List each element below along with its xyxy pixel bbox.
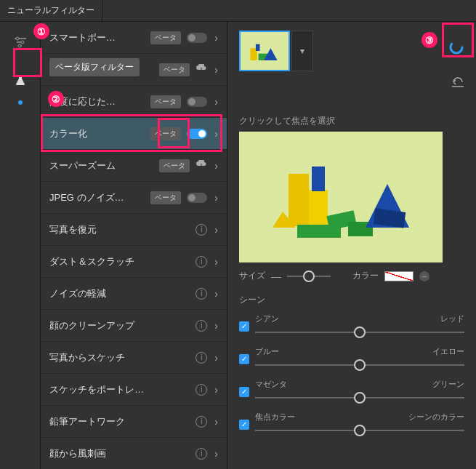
panel-title[interactable]: ニューラルフィルター bbox=[0, 0, 102, 21]
info-icon[interactable]: i bbox=[195, 448, 207, 460]
filter-item-colorize[interactable]: カラー化 ベータ › bbox=[41, 118, 227, 150]
filter-label: カラー化 bbox=[49, 127, 150, 140]
info-icon[interactable]: i bbox=[195, 384, 207, 396]
slider-right-label: グリーン bbox=[432, 379, 464, 390]
checkbox[interactable]: ✓ bbox=[239, 321, 249, 332]
beta-badge: ベータ bbox=[150, 31, 181, 44]
info-icon[interactable]: i bbox=[195, 224, 207, 236]
undo-icon[interactable] bbox=[451, 77, 464, 89]
size-decrease[interactable]: — bbox=[271, 270, 281, 282]
slider-left-label: 焦点カラー bbox=[255, 412, 295, 422]
chevron-right-icon: › bbox=[214, 32, 218, 44]
beta-badge: ベータ bbox=[150, 95, 181, 108]
remove-color-icon[interactable]: – bbox=[419, 271, 429, 281]
cloud-download-icon[interactable] bbox=[195, 160, 207, 171]
toggle-switch[interactable] bbox=[187, 129, 207, 139]
layer-thumbnail[interactable] bbox=[239, 31, 290, 71]
filter-item-depth[interactable]: 深度に応じた… ベータ › bbox=[41, 86, 227, 118]
info-icon[interactable]: i bbox=[195, 288, 207, 300]
filter-item-caricature[interactable]: 顔から風刺画 i › bbox=[41, 438, 227, 469]
chevron-right-icon: › bbox=[214, 224, 218, 236]
color-swatch[interactable] bbox=[384, 271, 414, 281]
slider-row-magenta-green: ✓ マゼンタグリーン bbox=[239, 379, 464, 404]
filter-item-dust[interactable]: ダスト＆スクラッチ i › bbox=[41, 246, 227, 278]
slider-left-label: マゼンタ bbox=[255, 379, 287, 390]
chevron-right-icon: › bbox=[214, 352, 218, 364]
filter-label: JPEG のノイズ… bbox=[49, 191, 150, 204]
filter-item-noise[interactable]: ノイズの軽減 i › bbox=[41, 278, 227, 310]
chevron-right-icon: › bbox=[214, 96, 218, 108]
filter-label: 鉛筆アートワーク bbox=[49, 415, 195, 428]
svg-rect-7 bbox=[256, 44, 260, 51]
cloud-download-icon[interactable] bbox=[195, 64, 207, 75]
chevron-right-icon: › bbox=[214, 416, 218, 428]
chevron-right-icon: › bbox=[214, 160, 218, 172]
hue-slider[interactable] bbox=[255, 430, 464, 431]
size-slider[interactable] bbox=[287, 276, 331, 277]
filter-item-superzoom[interactable]: スーパーズーム ベータ › bbox=[41, 150, 227, 182]
right-pane: ▾ クリックして焦点を選択 bbox=[227, 22, 476, 469]
chevron-right-icon: › bbox=[214, 128, 218, 140]
filter-item-restore[interactable]: 写真を復元 i › bbox=[41, 214, 227, 246]
filter-label: ノイズの軽減 bbox=[49, 287, 195, 300]
filter-list: スマートポー… ベータ › – – – – – – ベータ › 深度に応じた… … bbox=[40, 22, 227, 469]
focal-point-label: クリックして焦点を選択 bbox=[239, 115, 464, 127]
toggle-switch[interactable] bbox=[187, 97, 207, 107]
toggle-switch[interactable] bbox=[187, 33, 207, 43]
toggle-switch[interactable] bbox=[187, 193, 207, 203]
beta-badge: ベータ bbox=[150, 191, 181, 204]
checkbox[interactable]: ✓ bbox=[239, 420, 249, 430]
chevron-right-icon: › bbox=[214, 288, 218, 300]
chevron-right-icon: › bbox=[214, 64, 218, 76]
info-icon[interactable]: i bbox=[195, 352, 207, 364]
beta-badge: ベータ bbox=[159, 159, 190, 172]
filter-label: 写真からスケッチ bbox=[49, 351, 195, 364]
panel-tab-bar: ニューラルフィルター bbox=[0, 0, 476, 22]
slider-right-label: イエロー bbox=[432, 346, 464, 357]
rail-active-dot bbox=[18, 100, 23, 105]
info-icon[interactable]: i bbox=[195, 256, 207, 268]
info-icon[interactable]: i bbox=[195, 320, 207, 332]
color-label: カラー bbox=[352, 270, 379, 282]
filter-label: 顔から風刺画 bbox=[49, 447, 195, 460]
filter-item-photo-sketch[interactable]: 写真からスケッチ i › bbox=[41, 342, 227, 374]
svg-point-8 bbox=[451, 41, 462, 53]
size-color-row: サイズ — + カラー – bbox=[239, 270, 464, 282]
chevron-down-icon: ▾ bbox=[300, 46, 304, 56]
svg-rect-12 bbox=[309, 190, 328, 226]
thumbnail-dropdown[interactable]: ▾ bbox=[291, 31, 313, 71]
slider-right-label: シーンのカラー bbox=[408, 412, 464, 422]
info-icon[interactable]: i bbox=[195, 416, 207, 428]
slider-left-label: ブルー bbox=[255, 346, 279, 357]
checkbox[interactable]: ✓ bbox=[239, 354, 249, 364]
size-label: サイズ bbox=[239, 270, 265, 282]
filters-icon[interactable] bbox=[9, 31, 32, 54]
slider-left-label: シアン bbox=[255, 313, 279, 324]
preview-image[interactable] bbox=[239, 132, 443, 262]
checkbox[interactable]: ✓ bbox=[239, 387, 249, 397]
chevron-right-icon: › bbox=[214, 448, 218, 460]
hue-slider[interactable] bbox=[255, 364, 464, 366]
hue-slider[interactable] bbox=[255, 332, 464, 333]
filter-item-pencil[interactable]: 鉛筆アートワーク i › bbox=[41, 406, 227, 438]
svg-rect-18 bbox=[312, 167, 325, 191]
filter-label: スマートポー… bbox=[49, 31, 150, 44]
main-area: ベータ版フィルター スマートポー… ベータ › – – – – – – ベータ … bbox=[0, 22, 476, 469]
filter-label: スーパーズーム bbox=[49, 159, 159, 172]
slider-right-label: レッド bbox=[440, 313, 464, 324]
chevron-right-icon: › bbox=[214, 320, 218, 332]
filter-item-smart-portrait[interactable]: スマートポー… ベータ › bbox=[41, 22, 227, 54]
thumbnail-image bbox=[241, 32, 289, 70]
scene-section-title: シーン bbox=[239, 294, 464, 306]
chevron-right-icon: › bbox=[214, 192, 218, 204]
slider-row-blue-yellow: ✓ ブルーイエロー bbox=[239, 346, 464, 372]
filter-item-face-cleanup[interactable]: 顔のクリーンアップ i › bbox=[41, 310, 227, 342]
svg-point-2 bbox=[18, 44, 21, 47]
filter-item-jpeg[interactable]: JPEG のノイズ… ベータ › bbox=[41, 182, 227, 214]
filter-label: スケッチをポートレ… bbox=[49, 383, 195, 396]
hue-slider[interactable] bbox=[255, 397, 464, 398]
filter-item-sketch-portrait[interactable]: スケッチをポートレ… i › bbox=[41, 374, 227, 406]
filter-label: ダスト＆スクラッチ bbox=[49, 255, 195, 268]
beta-badge: ベータ bbox=[159, 63, 190, 76]
beta-flask-icon[interactable] bbox=[9, 68, 32, 92]
